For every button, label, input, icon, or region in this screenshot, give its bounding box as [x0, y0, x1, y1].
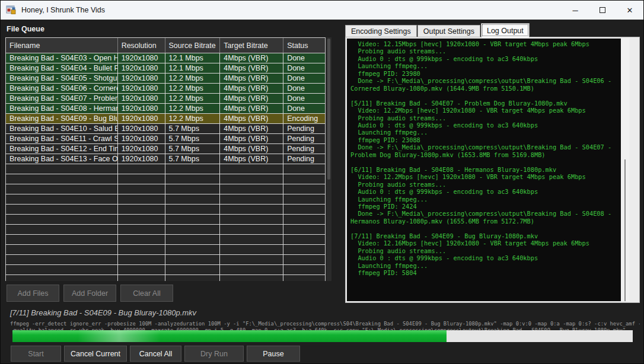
- cell-source-bitrate: 12.2 Mbps: [165, 84, 221, 93]
- cell-source-bitrate: 12.2 Mbps: [165, 104, 221, 113]
- cell-target-bitrate: 4Mbps (VBR): [220, 53, 283, 63]
- cell-resolution: 1920x1080: [118, 63, 165, 73]
- start-button[interactable]: Start: [11, 346, 61, 362]
- cell-filename: Breaking Bad - S04E11 - Crawl Spac...: [6, 134, 118, 143]
- window-title: Honey, I Shrunk The Vids: [21, 6, 105, 14]
- log-scrollbar-thumb[interactable]: [624, 159, 626, 301]
- table-row-empty: [6, 235, 325, 245]
- cell-filename: Breaking Bad - S04E09 - Bug Bluray...: [6, 114, 118, 123]
- table-row[interactable]: Breaking Bad - S04E12 - End Times... 192…: [6, 144, 325, 154]
- file-queue-table: Filename Resolution Source Bitrate Targe…: [5, 37, 326, 281]
- cell-target-bitrate: 4Mbps (VBR): [220, 94, 283, 103]
- log-scrollbar[interactable]: [621, 39, 629, 301]
- cell-source-bitrate: 5.7 Mbps: [165, 144, 221, 154]
- cell-resolution: 1920x1080: [118, 144, 165, 154]
- table-row[interactable]: Breaking Bad - S04E07 - Problem D... 192…: [6, 94, 325, 104]
- tab-output-settings[interactable]: Output Settings: [417, 25, 480, 37]
- table-row-empty: [6, 174, 325, 184]
- cell-status: Done: [283, 53, 325, 63]
- table-row[interactable]: Breaking Bad - S04E11 - Crawl Spac... 19…: [6, 134, 325, 144]
- cell-source-bitrate: 12.1 Mbps: [165, 53, 221, 63]
- column-header-target-bitrate[interactable]: Target Bitrate: [220, 38, 283, 53]
- cell-status: Pending: [283, 144, 325, 154]
- table-row[interactable]: Breaking Bad - S04E06 - Cornered... 1920…: [6, 84, 325, 94]
- column-header-filename[interactable]: Filename: [6, 38, 118, 53]
- ffmpeg-command-line: ffmpeg -err_detect ignore_err -probesize…: [10, 321, 640, 327]
- add-folder-button[interactable]: Add Folder: [63, 285, 116, 302]
- progress-shine: [78, 330, 161, 342]
- table-row[interactable]: Breaking Bad - S04E13 - Face Off Bl... 1…: [6, 154, 325, 164]
- table-row[interactable]: Breaking Bad - S04E05 - Shotgun Bl... 19…: [6, 74, 325, 84]
- cell-source-bitrate: 12.2 Mbps: [165, 114, 221, 123]
- add-files-button[interactable]: Add Files: [7, 285, 59, 302]
- queue-scrollbar-thumb[interactable]: [327, 39, 330, 180]
- table-row-empty: [6, 205, 325, 215]
- queue-scrollbar[interactable]: [326, 37, 331, 281]
- cell-filename: Breaking Bad - S04E06 - Cornered...: [6, 84, 118, 93]
- table-row[interactable]: Breaking Bad - S04E10 - Salud Blur... 19…: [6, 124, 325, 134]
- encode-progress-fill: [12, 330, 447, 342]
- cell-status: Done: [283, 84, 325, 93]
- table-row[interactable]: Breaking Bad - S04E08 - Hermanos... 1920…: [6, 104, 325, 114]
- queue-buttons: Add Files Add Folder Clear All: [7, 285, 177, 302]
- cell-resolution: 1920x1080: [118, 74, 165, 83]
- cell-source-bitrate: 5.7 Mbps: [165, 154, 221, 164]
- tab-log-output[interactable]: Log Output: [481, 23, 530, 37]
- file-queue-label: File Queue: [7, 25, 44, 33]
- cell-filename: Breaking Bad - S04E05 - Shotgun Bl...: [6, 74, 118, 83]
- current-item-status: [7/11] Breaking Bad - S04E09 - Bug Blura…: [10, 308, 196, 317]
- cancel-all-button[interactable]: Cancel All: [130, 346, 181, 362]
- column-header-source-bitrate[interactable]: Source Bitrate: [165, 38, 221, 53]
- cell-filename: Breaking Bad - S04E12 - End Times...: [6, 144, 118, 154]
- cell-resolution: 1920x1080: [118, 124, 165, 133]
- cell-target-bitrate: 4Mbps (VBR): [220, 144, 283, 154]
- cell-filename: Breaking Bad - S04E08 - Hermanos...: [6, 104, 118, 113]
- pause-button[interactable]: Pause: [247, 346, 300, 362]
- table-row-empty: [6, 184, 325, 194]
- cancel-current-button[interactable]: Cancel Current: [64, 346, 127, 362]
- table-row-empty: [6, 245, 325, 255]
- table-row-empty: [6, 215, 325, 225]
- clear-all-button[interactable]: Clear All: [120, 285, 173, 302]
- column-header-status[interactable]: Status: [283, 38, 325, 53]
- cell-target-bitrate: 4Mbps (VBR): [220, 154, 283, 164]
- cell-filename: Breaking Bad - S04E07 - Problem D...: [6, 94, 118, 103]
- cell-resolution: 1920x1080: [118, 53, 165, 63]
- table-header-row: Filename Resolution Source Bitrate Targe…: [6, 38, 325, 53]
- cell-resolution: 1920x1080: [118, 134, 165, 143]
- cell-status: Pending: [283, 154, 325, 164]
- log-output-box[interactable]: Video: 12.15Mbps [hevc] 1920x1080 - VBR …: [347, 39, 621, 301]
- cell-status: Done: [283, 104, 325, 113]
- cell-status: Done: [283, 63, 325, 73]
- cell-status: Pending: [283, 124, 325, 133]
- cell-filename: Breaking Bad - S04E13 - Face Off Bl...: [6, 154, 118, 164]
- cell-status: Done: [283, 94, 325, 103]
- cell-filename: Breaking Bad - S04E03 - Open Hou...: [6, 53, 118, 63]
- transport-buttons: Start Cancel Current Cancel All Dry Run …: [11, 346, 303, 362]
- cell-source-bitrate: 5.7 Mbps: [165, 134, 221, 143]
- log-text: Video: 12.15Mbps [hevc] 1920x1080 - VBR …: [347, 39, 621, 277]
- cell-status: Done: [283, 74, 325, 83]
- table-row-empty: [6, 255, 325, 265]
- table-row[interactable]: Breaking Bad - S04E03 - Open Hou... 1920…: [6, 53, 325, 63]
- column-header-resolution[interactable]: Resolution: [118, 38, 165, 53]
- encode-progress-bar: [12, 330, 633, 342]
- close-icon: ✕: [627, 6, 633, 15]
- table-row-empty: [6, 265, 325, 275]
- cell-resolution: 1920x1080: [118, 84, 165, 93]
- table-row[interactable]: Breaking Bad - S04E04 - Bullet Poin... 1…: [6, 63, 325, 74]
- cell-resolution: 1920x1080: [118, 94, 165, 103]
- cell-source-bitrate: 5.7 Mbps: [165, 124, 221, 133]
- cell-target-bitrate: 4Mbps (VBR): [220, 124, 283, 133]
- cell-resolution: 1920x1080: [118, 154, 165, 164]
- app-icon: [6, 5, 16, 15]
- minimize-button[interactable]: ─: [562, 1, 589, 20]
- dry-run-button[interactable]: Dry Run: [184, 346, 244, 362]
- cell-source-bitrate: 12.2 Mbps: [165, 94, 221, 103]
- app-window: Honey, I Shrunk The Vids ─ ✕ File Queue …: [0, 0, 644, 364]
- table-row-encoding[interactable]: Breaking Bad - S04E09 - Bug Bluray... 19…: [6, 114, 325, 124]
- table-row-empty: [6, 225, 325, 235]
- close-button[interactable]: ✕: [616, 1, 643, 20]
- tab-encoding-settings[interactable]: Encoding Settings: [345, 25, 417, 37]
- maximize-button[interactable]: [589, 1, 616, 20]
